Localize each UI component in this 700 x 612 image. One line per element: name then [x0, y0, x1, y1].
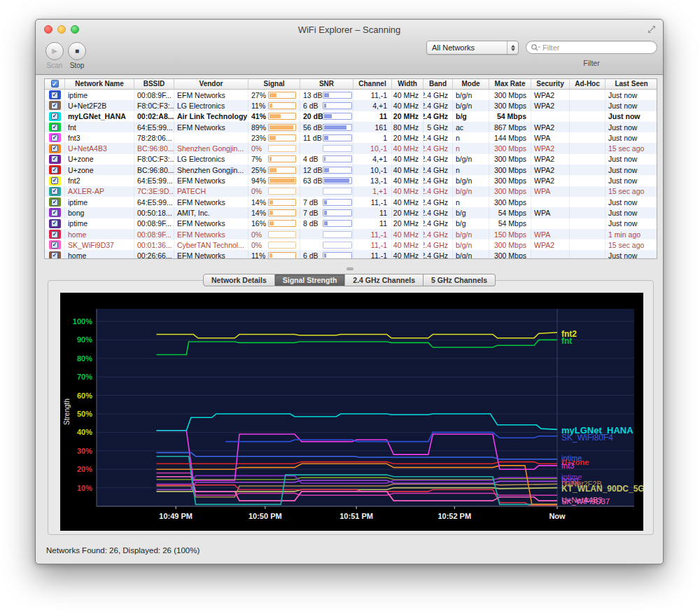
network-checkbox[interactable]: ✓ [51, 124, 58, 131]
column-header-mode[interactable]: Mode [453, 79, 489, 89]
network-checkbox[interactable]: ✓ [51, 177, 58, 184]
channel: 4,+1 [354, 100, 392, 111]
table-row[interactable]: ✓fnt264:E5:99...EFM Networks94%63 dB13,-… [45, 175, 657, 186]
column-header-channel[interactable]: Channel [354, 79, 392, 89]
ad-hoc [570, 143, 606, 153]
channel: 1 [354, 132, 392, 143]
max-rate: 300 Mbps [489, 165, 531, 175]
table-row[interactable]: ✓U+NetA4B3BC:96:80...Shenzhen Gongjin...… [45, 143, 657, 153]
x-axis-tick-label: 10:52 PM [438, 512, 471, 520]
column-header-ad-hoc[interactable]: Ad-Hoc [570, 79, 606, 89]
table-row[interactable]: ✓U+zoneF8:0C:F3:...LG Electronics7%4 dB4… [45, 154, 657, 165]
max-rate: 54 Mbps [489, 111, 531, 122]
column-header-snr[interactable]: SNR [300, 79, 354, 89]
table-row[interactable]: ✓iptime64:E5:99...EFM Networks14%7 dB11,… [45, 197, 657, 207]
signal-bar [268, 209, 296, 216]
snr-cell: 12 dB [300, 165, 354, 175]
window-chrome: WiFi Explorer – Scanning ▶ ■ Scan Stop A… [36, 20, 663, 75]
table-row[interactable]: ✓iptime00:08:9F...EFM Networks27%13 dB11… [45, 90, 657, 100]
column-header-band[interactable]: Band [424, 79, 453, 89]
x-axis-tick-label: 10:51 PM [340, 512, 373, 520]
column-header-signal[interactable]: Signal [248, 79, 300, 89]
network-checkbox[interactable]: ✓ [51, 145, 58, 152]
bssid: 00:26:66... [134, 250, 174, 259]
table-row[interactable]: ✓U+Net2F2BF8:0C:F3:...LG Electronics11%6… [45, 100, 657, 111]
stop-button[interactable]: ■ [68, 42, 86, 60]
filter-search-input[interactable]: Filter [526, 41, 657, 54]
network-checkbox[interactable]: ✓ [51, 113, 58, 120]
max-rate: 144 Mbps [489, 132, 531, 143]
snr-cell: 20 dB [300, 111, 354, 122]
network-name: iptime [65, 197, 134, 207]
network-checkbox[interactable]: ✓ [51, 231, 58, 238]
column-header-width[interactable]: Width [392, 79, 424, 89]
snr-bar [323, 92, 352, 99]
column-header-vendor[interactable]: Vendor [174, 79, 248, 89]
table-row[interactable]: ✓fnt64:E5:99...EFM Networks89%56 dB16180… [45, 122, 657, 132]
y-axis-tick-label: 10% [77, 484, 92, 492]
table-row[interactable]: ✓home00:08:9F...EFM Networks0%11,-140 MH… [45, 229, 657, 239]
bssid: 00:08:9F... [134, 218, 174, 229]
signal-cell: 41% [248, 111, 300, 122]
network-checkbox[interactable]: ✓ [51, 188, 58, 195]
network-checkbox[interactable]: ✓ [51, 252, 58, 259]
y-axis-tick-label: 100% [73, 317, 92, 326]
network-checkbox[interactable]: ✓ [51, 167, 58, 174]
column-header-bssid[interactable]: BSSID [134, 79, 174, 89]
x-axis-tick-label: Now [549, 512, 566, 520]
security: WPA2 [531, 90, 570, 100]
vendor: EFM Networks [174, 218, 248, 229]
network-checkbox[interactable]: ✓ [51, 220, 58, 227]
tab-2-4-ghz-channels[interactable]: 2.4 GHz Channels [345, 274, 424, 286]
tab-network-details[interactable]: Network Details [203, 274, 275, 286]
last-seen: 15 sec ago [606, 239, 657, 250]
network-checkbox[interactable]: ✓ [51, 102, 58, 109]
max-rate: 300 Mbps [489, 154, 531, 165]
table-row[interactable]: ✓AXLER-AP7C:3E:9D...PATECH0%1,+140 MHz2.… [45, 186, 657, 197]
snr-bar [323, 167, 352, 174]
channel: 11,-1 [354, 239, 392, 250]
snr-bar [323, 124, 352, 131]
signal-bar [268, 242, 296, 249]
table-row[interactable]: ✓U+zoneBC:96:80...Shenzhen Gongjin...25%… [45, 165, 657, 175]
network-color-swatch: ✓ [49, 90, 61, 99]
signal-cell: 16% [248, 218, 300, 229]
network-checkbox[interactable]: ✓ [51, 242, 58, 249]
signal-bar [268, 199, 296, 206]
network-checkbox[interactable]: ✓ [51, 199, 58, 206]
scan-button[interactable]: ▶ [46, 42, 64, 60]
table-row[interactable]: ✓bong00:50:18...AMIT, Inc.14%7 dB1120 MH… [45, 207, 657, 218]
column-header-last-seen[interactable]: Last Seen [606, 79, 657, 89]
splitter-handle[interactable] [346, 267, 354, 270]
network-color-swatch: ✓ [49, 112, 61, 121]
column-header-max-rate[interactable]: Max Rate [489, 79, 531, 89]
tab-signal-strength[interactable]: Signal Strength [275, 274, 346, 286]
table-row[interactable]: ✓myLGNet_HANA00:02:A8...Air Link Technol… [45, 111, 657, 122]
table-row[interactable]: ✓SK_WiFi9D3700:01:36...CyberTAN Technol.… [45, 239, 657, 250]
tab-5-ghz-channels[interactable]: 5 GHz Channels [424, 274, 496, 286]
column-header-checkbox[interactable]: ✓ [45, 79, 65, 89]
ad-hoc [570, 250, 606, 259]
network-checkbox[interactable]: ✓ [51, 92, 58, 99]
max-rate: 300 Mbps [489, 197, 531, 207]
network-checkbox[interactable]: ✓ [51, 134, 58, 141]
network-checkbox[interactable]: ✓ [51, 155, 58, 162]
snr-bar [323, 102, 352, 109]
fullscreen-icon[interactable] [648, 25, 656, 34]
network-color-swatch: ✓ [49, 155, 61, 164]
channel-width: 20 MHz [392, 132, 424, 143]
vendor: EFM Networks [174, 122, 248, 132]
table-row[interactable]: ✓home00:26:66...EFM Networks11%6 dB11,-1… [45, 250, 657, 259]
table-row[interactable]: ✓iptime00:08:9F...EFM Networks16%8 dB112… [45, 218, 657, 229]
column-header-network-name[interactable]: Network Name [65, 79, 134, 89]
table-row[interactable]: ✓fnt378:28:06...23%11 dB120 MHz2.4 GHzn1… [45, 132, 657, 143]
network-checkbox[interactable]: ✓ [51, 209, 58, 216]
network-name: fnt3 [65, 132, 134, 143]
select-all-checkbox[interactable]: ✓ [51, 80, 59, 88]
stop-button-label: Stop [63, 62, 91, 69]
network-filter-dropdown[interactable]: All Networks [426, 41, 519, 55]
column-header-security[interactable]: Security [531, 79, 570, 89]
window-title: WiFi Explorer – Scanning [36, 25, 663, 35]
signal-cell: 0% [248, 239, 300, 250]
vendor [174, 132, 248, 143]
